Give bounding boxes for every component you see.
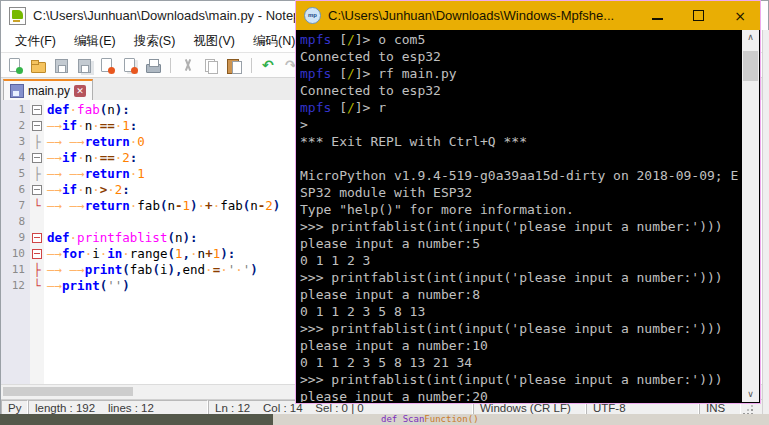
notepad-window-title: C:\Users\Junhuan\Downloads\main.py - Not… (33, 8, 330, 23)
terminal-body[interactable]: mpfs [/]> o com5Connected to esp32mpfs [… (297, 30, 742, 402)
terminal-line: mpfs [/]> r (300, 99, 742, 116)
background-window-code: def ScanFunction() (381, 414, 479, 424)
close-all-icon[interactable] (121, 57, 139, 74)
menu-item-4[interactable]: 视图(V) (184, 30, 244, 53)
copy-icon[interactable] (202, 57, 220, 74)
fold-marker[interactable] (30, 230, 44, 246)
menu-item-1[interactable]: 文件(F) (6, 30, 65, 53)
line-number: 7 (1, 198, 30, 214)
fold-marker[interactable] (30, 182, 44, 198)
screen: C:\Users\Junhuan\Downloads\main.py - Not… (0, 0, 769, 425)
terminal-line: 0 1 1 2 3 (300, 252, 742, 269)
close-icon[interactable] (98, 57, 116, 74)
tab-label: main.py (28, 84, 70, 98)
tab-close-icon[interactable]: ✕ (74, 85, 86, 97)
terminal-scrollbar[interactable]: ∧ ∨ (742, 30, 759, 402)
terminal-window: mp C:\Users\Junhuan\Downloads\Windows-Mp… (295, 0, 761, 404)
code-text: —→ —→return·1 (44, 166, 145, 182)
fold-marker[interactable]: ├ (30, 134, 44, 150)
fold-marker[interactable] (30, 246, 44, 262)
line-number: 5 (1, 166, 30, 182)
maximize-button[interactable] (693, 10, 704, 21)
fold-marker[interactable]: ├ (30, 262, 44, 278)
terminal-line: Type "help()" for more information. (300, 201, 742, 218)
code-text (44, 214, 47, 230)
terminal-line: >>> printfablist(int(input('please input… (300, 371, 742, 388)
toolbar-separator (251, 58, 252, 73)
terminal-line: > (300, 116, 742, 133)
terminal-line: 0 1 1 2 3 5 8 13 (300, 303, 742, 320)
fold-marker[interactable] (30, 102, 44, 118)
code-text: def·fab(n): (44, 102, 130, 118)
fold-marker[interactable] (30, 118, 44, 134)
hscrollbar-thumb[interactable] (3, 387, 133, 396)
notepad-right-edge (762, 30, 769, 414)
save-all-icon[interactable] (75, 57, 93, 74)
cut-icon[interactable] (179, 57, 197, 74)
fold-marker[interactable] (30, 150, 44, 166)
code-text: —→if·n·>·2: (44, 182, 130, 198)
line-number: 3 (1, 134, 30, 150)
menu-item-2[interactable]: 编辑(E) (65, 30, 125, 53)
code-text: —→ —→return·fab(n-1)·+·fab(n-2) (44, 198, 280, 214)
code-text: —→ —→return·0 (44, 134, 145, 150)
scrollbar-thumb[interactable] (743, 51, 758, 81)
background-window-strip: def ScanFunction() (0, 414, 769, 425)
code-text: —→if·n·==·2: (44, 150, 137, 166)
terminal-line: SP32 module with ESP32 (300, 184, 742, 201)
menu-item-3[interactable]: 搜索(S) (125, 30, 185, 53)
code-text: —→ —→print(fab(i),end·=·'·') (44, 262, 258, 278)
code-text: —→if·n·==·1: (44, 118, 137, 134)
terminal-line: Connected to esp32 (300, 82, 742, 99)
terminal-line: please input a number:20 (300, 388, 742, 402)
paste-icon[interactable] (225, 57, 243, 74)
terminal-line (300, 150, 742, 167)
notepad-app-icon (9, 7, 26, 25)
minimize-button[interactable] (652, 18, 663, 20)
terminal-line: mpfs [/]> o com5 (300, 31, 742, 48)
terminal-line: 0 1 1 2 3 5 8 13 21 34 (300, 354, 742, 371)
scroll-up-icon[interactable]: ∧ (742, 30, 759, 45)
terminal-titlebar[interactable]: mp C:\Users\Junhuan\Downloads\Windows-Mp… (296, 1, 760, 30)
terminal-line: >>> printfablist(int(input('please input… (300, 218, 742, 235)
line-number: 4 (1, 150, 30, 166)
line-number: 12 (1, 278, 30, 294)
terminal-line: *** Exit REPL with Ctrl+Q *** (300, 133, 742, 150)
terminal-line: please input a number:10 (300, 337, 742, 354)
fold-marker[interactable]: └ (30, 278, 44, 294)
line-number: 9 (1, 230, 30, 246)
terminal-line: MicroPython v1.9.4-519-g0a39aa15d-dirty … (300, 167, 742, 184)
line-number: 11 (1, 262, 30, 278)
terminal-line: mpfs [/]> rf main.py (300, 65, 742, 82)
scroll-down-icon[interactable]: ∨ (742, 387, 759, 402)
terminal-line: >>> printfablist(int(input('please input… (300, 320, 742, 337)
terminal-window-title: C:\Users\Junhuan\Downloads\Windows-Mpfsh… (328, 8, 645, 23)
save-icon[interactable] (52, 57, 70, 74)
terminal-line: please input a number:5 (300, 235, 742, 252)
line-number: 2 (1, 118, 30, 134)
code-text: def·printfablist(n): (44, 230, 198, 246)
background-window-code-area: def ScanFunction() (273, 414, 769, 425)
terminal-line: please input a number:8 (300, 286, 742, 303)
terminal-line: >>> printfablist(int(input('please input… (300, 269, 742, 286)
terminal-app-icon: mp (304, 7, 321, 24)
undo-icon[interactable] (260, 57, 278, 74)
new-file-icon[interactable] (6, 57, 24, 74)
close-button[interactable]: × (734, 9, 746, 23)
line-number: 1 (1, 102, 30, 118)
saved-floppy-icon (10, 84, 24, 98)
open-file-icon[interactable] (29, 57, 47, 74)
line-number: 8 (1, 214, 30, 230)
code-text: —→print('') (44, 278, 130, 294)
line-number: 10 (1, 246, 30, 262)
terminal-line: Connected to esp32 (300, 48, 742, 65)
tab-main-py[interactable]: main.py ✕ (3, 79, 93, 100)
background-window-dark-area (0, 414, 273, 425)
line-number: 6 (1, 182, 30, 198)
print-icon[interactable] (144, 57, 162, 74)
fold-marker[interactable]: └ (30, 198, 44, 214)
fold-marker[interactable]: ├ (30, 166, 44, 182)
fold-marker[interactable] (30, 214, 44, 230)
toolbar-separator (170, 58, 171, 73)
code-text: —→for·i·in·range(1,·n+1): (44, 246, 235, 262)
